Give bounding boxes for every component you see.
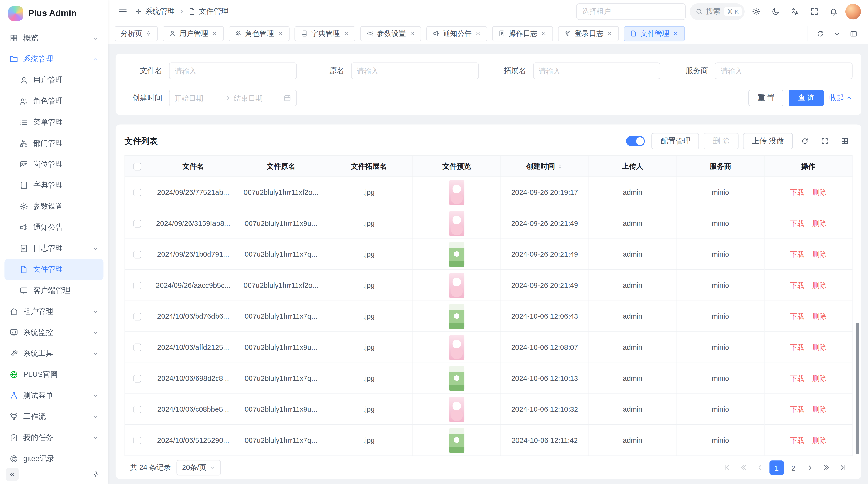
table-toggle-switch[interactable]: [626, 136, 645, 146]
sidebar-pin-button[interactable]: [89, 467, 102, 481]
sidebar-item-test-menu[interactable]: 测试菜单: [4, 385, 103, 406]
tenant-select-input[interactable]: [576, 3, 686, 20]
reset-button[interactable]: 重 置: [749, 90, 783, 106]
sidebar-item-dept-mgmt[interactable]: 部门管理: [4, 133, 103, 154]
file-preview-thumbnail[interactable]: [449, 180, 464, 205]
close-icon[interactable]: [343, 30, 349, 36]
column-header-uploader[interactable]: 上传人: [589, 156, 677, 177]
file-preview-thumbnail[interactable]: [449, 365, 464, 391]
prev-page-button[interactable]: [753, 460, 767, 475]
sidebar-item-user-mgmt[interactable]: 用户管理: [4, 70, 103, 91]
sidebar-item-my-tasks[interactable]: 我的任务: [4, 427, 103, 448]
download-link[interactable]: 下载: [790, 249, 805, 259]
date-range-picker[interactable]: [169, 90, 297, 106]
close-icon[interactable]: [607, 30, 613, 36]
row-checkbox[interactable]: [133, 251, 141, 258]
extension-input[interactable]: [533, 62, 661, 79]
user-avatar[interactable]: [845, 4, 861, 19]
tab-op-log[interactable]: 操作日志: [492, 26, 553, 41]
sidebar-item-workflow[interactable]: 工作流: [4, 406, 103, 427]
sidebar-item-param-settings[interactable]: 参数设置: [4, 196, 103, 217]
last-page-button[interactable]: [836, 460, 850, 475]
refresh-table-button[interactable]: [797, 133, 812, 149]
file-preview-thumbnail[interactable]: [449, 334, 464, 360]
download-link[interactable]: 下载: [790, 311, 805, 321]
close-icon[interactable]: [475, 30, 481, 36]
delete-link[interactable]: 删除: [812, 249, 827, 259]
row-checkbox[interactable]: [133, 281, 141, 289]
file-preview-thumbnail[interactable]: [449, 303, 464, 329]
collapse-filter-link[interactable]: 收起: [829, 93, 852, 103]
download-link[interactable]: 下载: [790, 280, 805, 290]
language-button[interactable]: [787, 4, 803, 19]
row-checkbox[interactable]: [133, 219, 141, 227]
page-button-1[interactable]: 1: [769, 460, 784, 475]
delete-link[interactable]: 删除: [812, 404, 827, 414]
download-link[interactable]: 下载: [790, 404, 805, 414]
sidebar-item-gitee-log[interactable]: gitee记录: [4, 448, 103, 464]
column-header-actions[interactable]: 操作: [765, 156, 852, 177]
provider-input[interactable]: [715, 62, 852, 79]
row-checkbox[interactable]: [133, 344, 141, 351]
delete-link[interactable]: 删除: [812, 311, 827, 321]
page-button-2[interactable]: 2: [786, 460, 801, 475]
sidebar-item-role-mgmt[interactable]: 角色管理: [4, 91, 103, 112]
delete-link[interactable]: 删除: [812, 218, 827, 228]
sidebar-item-post-mgmt[interactable]: 岗位管理: [4, 154, 103, 175]
close-icon[interactable]: [212, 30, 217, 36]
refresh-page-button[interactable]: [812, 26, 828, 41]
column-header-original-name[interactable]: 文件原名: [237, 156, 325, 177]
sidebar-item-system-mgmt[interactable]: 系统管理: [4, 49, 103, 70]
table-scrollbar-thumb[interactable]: [856, 323, 859, 454]
column-header-file-name[interactable]: 文件名: [150, 156, 237, 177]
start-date-input[interactable]: [174, 94, 220, 102]
download-link[interactable]: 下载: [790, 187, 805, 197]
layout-settings-button[interactable]: [846, 26, 861, 41]
first-page-button[interactable]: [720, 460, 734, 475]
tab-role-mgmt[interactable]: 角色管理: [228, 26, 289, 41]
sidebar-item-system-tools[interactable]: 系统工具: [4, 343, 103, 364]
close-icon[interactable]: [409, 30, 415, 36]
tab-analysis[interactable]: 分析页: [115, 26, 158, 41]
file-preview-thumbnail[interactable]: [449, 211, 464, 236]
page-size-select[interactable]: 20条/页: [177, 460, 221, 475]
file-preview-thumbnail[interactable]: [449, 241, 464, 267]
sidebar-item-log-mgmt[interactable]: 日志管理: [4, 238, 103, 259]
sidebar-item-notice[interactable]: 通知公告: [4, 217, 103, 238]
jump-prev-button[interactable]: [736, 460, 751, 475]
sidebar-item-system-monitor[interactable]: 系统监控: [4, 322, 103, 343]
column-header-created-time[interactable]: 创建时间: [501, 156, 589, 177]
close-icon[interactable]: [541, 30, 547, 36]
sidebar-collapse-button[interactable]: [5, 467, 19, 481]
jump-next-button[interactable]: [819, 460, 834, 475]
close-icon[interactable]: [673, 30, 679, 36]
row-checkbox[interactable]: [133, 406, 141, 413]
download-link[interactable]: 下载: [790, 218, 805, 228]
theme-toggle-button[interactable]: [768, 4, 783, 19]
column-header-extension[interactable]: 文件拓展名: [325, 156, 413, 177]
sidebar-item-plus-website[interactable]: PLUS官网: [4, 364, 103, 385]
download-link[interactable]: 下载: [790, 342, 805, 352]
tab-notice[interactable]: 通知公告: [426, 26, 487, 41]
tab-user-mgmt[interactable]: 用户管理: [163, 26, 224, 41]
file-preview-thumbnail[interactable]: [449, 428, 464, 453]
tab-dict-mgmt[interactable]: 字典管理: [294, 26, 355, 41]
delete-button[interactable]: 删 除: [704, 133, 739, 150]
file-preview-thumbnail[interactable]: [449, 272, 464, 298]
row-checkbox[interactable]: [133, 436, 141, 444]
end-date-input[interactable]: [234, 94, 280, 102]
file-name-input[interactable]: [169, 62, 297, 79]
delete-link[interactable]: 删除: [812, 280, 827, 290]
row-checkbox[interactable]: [133, 312, 141, 320]
query-button[interactable]: 查 询: [789, 90, 824, 106]
notifications-button[interactable]: [826, 4, 841, 19]
column-header-preview[interactable]: 文件预览: [413, 156, 501, 177]
breadcrumb-item-system[interactable]: 系统管理: [134, 6, 175, 16]
sidebar-item-file-mgmt[interactable]: 文件管理: [4, 259, 103, 280]
breadcrumb-item-file[interactable]: 文件管理: [188, 6, 229, 16]
delete-link[interactable]: 删除: [812, 187, 827, 197]
pin-icon[interactable]: [146, 30, 152, 36]
tab-param-settings[interactable]: 参数设置: [361, 26, 422, 41]
fullscreen-button[interactable]: [807, 4, 822, 19]
global-search[interactable]: 搜索 ⌘ K: [689, 3, 745, 20]
